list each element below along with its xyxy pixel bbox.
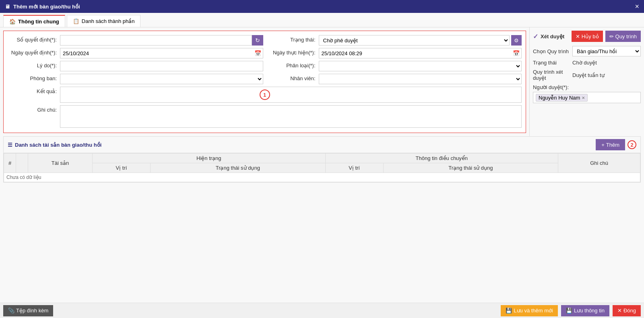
ngay-thuc-hien-calendar-button[interactable]: 📅 <box>511 48 522 58</box>
right-panel-title: ✓ Xét duyệt <box>533 33 564 40</box>
save-button[interactable]: 💾 Lưu thông tin <box>561 305 609 316</box>
table-icon: ☰ <box>8 142 12 148</box>
title-icon: 🖥 <box>5 4 10 10</box>
footer: 📎 Tệp đính kèm 💾 Lưu và thêm mới 💾 Lưu t… <box>0 303 644 318</box>
title-bar-left: 🖥 Thêm mới bàn giao/thu hồi <box>5 4 80 10</box>
so-quyet-dinh-input[interactable] <box>60 35 252 46</box>
dong-label: Đóng <box>623 308 636 314</box>
ngay-quyet-dinh-calendar-button[interactable]: 📅 <box>253 48 263 58</box>
trang-thai-right-label: Trạng thái <box>533 60 569 66</box>
col-vi-tri-1: Vị trí <box>93 163 151 173</box>
huy-bo-label: Hủy bỏ <box>582 33 599 39</box>
ghi-chu-textarea[interactable] <box>60 105 522 128</box>
check-icon: ✓ <box>533 33 538 40</box>
chon-quy-trinh-label: Chọn Quy trình <box>533 48 569 54</box>
so-quyet-dinh-label: Số quyết định(*): <box>8 35 60 43</box>
close-window-button[interactable]: × <box>635 2 639 11</box>
nhan-vien-select[interactable] <box>319 74 522 84</box>
ngay-thuc-hien-label: Ngày thực hiện(*): <box>266 48 319 56</box>
step-2-circle: 2 <box>627 140 636 149</box>
tab-home-icon: 🏠 <box>9 19 16 25</box>
title-bar: 🖥 Thêm mới bàn giao/thu hồi × <box>0 0 644 13</box>
trang-thai-settings-button[interactable]: ⚙ <box>511 35 522 46</box>
quy-trinh-label: Quy trình <box>615 33 637 39</box>
save-label: Lưu thông tin <box>574 308 605 314</box>
save-add-button[interactable]: 💾 Lưu và thêm mới <box>501 305 558 316</box>
phan-loai-select[interactable] <box>319 61 522 71</box>
trang-thai-select[interactable]: Chờ phê duyệt <box>319 35 510 46</box>
trang-thai-label: Trạng thái: <box>266 35 319 43</box>
table-title-text: Danh sách tài sản bàn giao/thu hồi <box>15 142 101 148</box>
chon-quy-trinh-select[interactable]: Bàn giao/Thu hồi <box>572 46 641 56</box>
nhan-vien-label: Nhân viên: <box>266 74 319 81</box>
col-ghi-chu: Ghi chú <box>558 154 640 173</box>
approver-tag: Nguyễn Huy Nam × <box>536 94 588 102</box>
ngay-quyet-dinh-label: Ngày quyết định(*): <box>8 48 60 56</box>
nguoi-duyet-input-area[interactable]: Nguyễn Huy Nam × <box>533 92 641 103</box>
huy-bo-button[interactable]: ✕ Hủy bỏ <box>572 31 603 42</box>
quy-trinh-button[interactable]: ✏ Quy trình <box>605 31 641 42</box>
nguoi-duyet-field: Người duyệt(*): Nguyễn Huy Nam × <box>533 84 641 103</box>
save-icon: 💾 <box>566 308 572 314</box>
title-text: Thêm mới bàn giao/thu hồi <box>13 4 80 10</box>
col-vi-tri-2: Vị trí <box>325 163 383 173</box>
paperclip-icon: 📎 <box>8 308 14 314</box>
remove-approver-button[interactable]: × <box>582 95 585 101</box>
quy-trinh-xet-duyet-value: Duyệt tuần tự <box>572 72 641 78</box>
refresh-button[interactable]: ↻ <box>252 35 263 46</box>
close-icon: ✕ <box>617 308 622 314</box>
ket-qua-textarea[interactable] <box>60 87 522 103</box>
asset-table: # Tài sản Hiện trạng Thông tin điều chuy… <box>4 153 640 182</box>
right-panel-actions: ✕ Hủy bỏ ✏ Quy trình <box>572 31 641 42</box>
table-header-title: ☰ Danh sách tài sản bàn giao/thu hồi <box>8 142 101 148</box>
chon-quy-trinh-row: Chọn Quy trình Bàn giao/Thu hồi <box>533 46 641 56</box>
trang-thai-right-value: Chờ duyệt <box>572 60 641 66</box>
phong-ban-label: Phòng ban: <box>8 74 60 81</box>
tab-thong-tin-chung-label: Thông tin chung <box>18 19 59 25</box>
trang-thai-row: Trạng thái Chờ duyệt <box>533 60 641 66</box>
tabs-container: 🏠 Thông tin chung 📋 Danh sách thành phần <box>0 13 644 27</box>
col-trang-thai-su-dung-2: Trạng thái sử dụng <box>383 163 558 173</box>
table-section: ☰ Danh sách tài sản bàn giao/thu hồi + T… <box>3 136 641 183</box>
col-hien-trang: Hiện trạng <box>93 154 326 163</box>
footer-left: 📎 Tệp đính kèm <box>3 305 53 316</box>
approver-name: Nguyễn Huy Nam <box>539 95 580 101</box>
ly-do-input[interactable] <box>60 61 263 71</box>
tab-list-icon: 📋 <box>73 18 79 24</box>
nguoi-duyet-label: Người duyệt(*): <box>533 84 641 90</box>
them-label: Thêm <box>606 142 619 148</box>
pencil-icon: ✏ <box>609 33 614 39</box>
col-thong-tin-dieu-chuyen: Thông tin điều chuyển <box>325 154 558 163</box>
no-data-cell: Chưa có dữ liệu <box>4 173 640 182</box>
table-header: ☰ Danh sách tài sản bàn giao/thu hồi + T… <box>4 137 640 153</box>
footer-right: 💾 Lưu và thêm mới 💾 Lưu thông tin ✕ Đóng <box>501 305 641 316</box>
phong-ban-select[interactable] <box>60 74 263 84</box>
right-panel-title-text: Xét duyệt <box>541 33 564 39</box>
quy-trinh-xet-duyet-label: Quy trình xét duyệt <box>533 69 569 81</box>
col-trang-thai-su-dung-1: Trạng thái sử dụng <box>151 163 326 173</box>
dong-button[interactable]: ✕ Đóng <box>613 305 641 316</box>
col-tai-san: Tài sản <box>28 154 93 173</box>
save-add-icon: 💾 <box>506 308 512 314</box>
ngay-quyet-dinh-input[interactable] <box>60 48 253 58</box>
quy-trinh-xet-duyet-row: Quy trình xét duyệt Duyệt tuần tự <box>533 69 641 81</box>
tab-danh-sach-thanh-phan[interactable]: 📋 Danh sách thành phần <box>67 15 141 27</box>
phan-loai-label: Phân loại(*): <box>266 61 319 69</box>
tab-danh-sach-thanh-phan-label: Danh sách thành phần <box>82 18 135 24</box>
ngay-thuc-hien-input[interactable] <box>319 48 512 58</box>
plus-icon: + <box>601 142 605 148</box>
ghi-chu-label: Ghi chú: <box>8 105 60 113</box>
ket-qua-label: Kết quả: <box>8 87 60 94</box>
right-panel: ✓ Xét duyệt ✕ Hủy bỏ ✏ Quy trình Chọn Qu… <box>529 27 644 136</box>
right-panel-header: ✓ Xét duyệt ✕ Hủy bỏ ✏ Quy trình <box>533 31 641 42</box>
col-empty <box>16 154 28 173</box>
attach-button[interactable]: 📎 Tệp đính kèm <box>3 305 53 316</box>
save-add-label: Lưu và thêm mới <box>514 308 553 314</box>
them-button[interactable]: + Thêm <box>596 139 625 150</box>
x-icon: ✕ <box>576 33 580 39</box>
form-card: Số quyết định(*): ↻ Trạng thái: Chờ phê … <box>3 31 526 133</box>
attach-label: Tệp đính kèm <box>16 308 48 314</box>
form-area: Số quyết định(*): ↻ Trạng thái: Chờ phê … <box>0 27 529 136</box>
tab-thong-tin-chung[interactable]: 🏠 Thông tin chung <box>3 15 65 27</box>
step-1-circle: 1 <box>260 89 270 100</box>
